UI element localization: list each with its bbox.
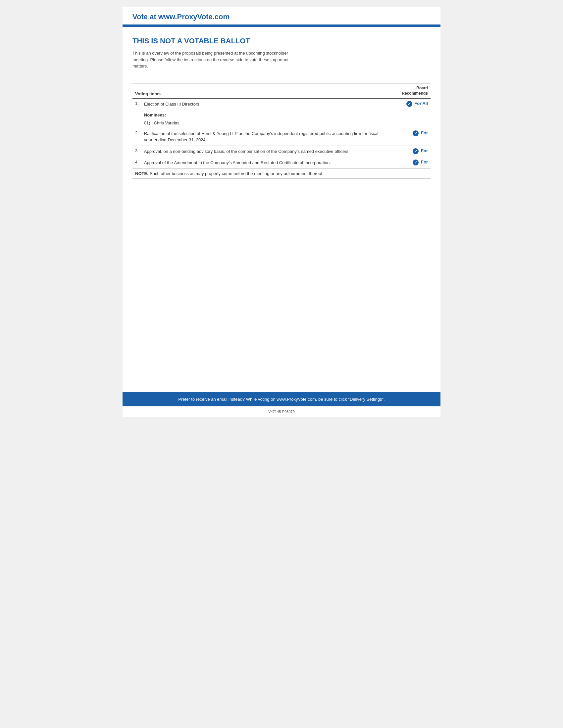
footer-bar-text: Prefer to receive an email instead? Whil…: [178, 397, 385, 402]
check-circle-icon: ✓: [413, 130, 419, 136]
row-description: Approval of the Amendment to the Company…: [141, 157, 386, 169]
row-recommendation: ✓ For All: [386, 99, 431, 128]
header-title: Vote at www.ProxyVote.com: [132, 13, 229, 21]
table-note-row: NOTE: Such other business as may properl…: [132, 168, 431, 178]
empty-cell: [132, 110, 141, 118]
table-row: 1. Election of Class III Directors ✓ For…: [132, 99, 431, 110]
row-description: Ratification of the selection of Ernst &…: [141, 128, 386, 146]
table-row: 4. Approval of the Amendment to the Comp…: [132, 157, 431, 169]
check-circle-icon: ✓: [413, 148, 419, 154]
row-description: Approval, on a non-binding advisory basi…: [141, 146, 386, 157]
footer-code: V47145-P08079: [122, 406, 441, 417]
col-board-header: Board Recommends: [386, 83, 431, 99]
footer-code-text: V47145-P08079: [268, 410, 295, 414]
row-recommendation: ✓ For: [386, 128, 431, 146]
row-description: Election of Class III Directors: [141, 99, 386, 110]
nominee-name: 01) Chris Varelas: [141, 118, 386, 128]
check-circle-icon: ✓: [406, 101, 412, 107]
row-number: 4.: [132, 157, 141, 169]
check-circle-icon: ✓: [413, 159, 419, 165]
nominees-label: Nominees:: [141, 110, 386, 118]
row-number: 2.: [132, 128, 141, 146]
row-recommendation: ✓ For: [386, 146, 431, 157]
page: Vote at www.ProxyVote.com THIS IS NOT A …: [122, 7, 441, 417]
row-number: 1.: [132, 99, 141, 110]
table-row: Nominees:: [132, 110, 431, 118]
table-row: 2. Ratification of the selection of Erns…: [132, 128, 431, 146]
not-votable-title: THIS IS NOT A VOTABLE BALLOT: [132, 37, 431, 45]
voting-table: Voting Items Board Recommends 1. Electio…: [132, 83, 431, 179]
table-row: 01) Chris Varelas: [132, 118, 431, 128]
note-cell: NOTE: Such other business as may properl…: [132, 168, 431, 178]
empty-cell: [132, 118, 141, 128]
header: Vote at www.ProxyVote.com: [122, 7, 441, 25]
table-header-row: Voting Items Board Recommends: [132, 83, 431, 99]
row-recommendation: ✓ For: [386, 157, 431, 169]
col-voting-header: Voting Items: [132, 83, 386, 99]
row-number: 3.: [132, 146, 141, 157]
main-content: THIS IS NOT A VOTABLE BALLOT This is an …: [122, 27, 441, 392]
footer-bar: Prefer to receive an email instead? Whil…: [122, 392, 441, 406]
note-text: Such other business as may properly come…: [150, 171, 324, 176]
table-row: 3. Approval, on a non-binding advisory b…: [132, 146, 431, 157]
intro-text: This is an overview of the proposals bei…: [132, 50, 292, 69]
note-label: NOTE:: [135, 171, 148, 176]
